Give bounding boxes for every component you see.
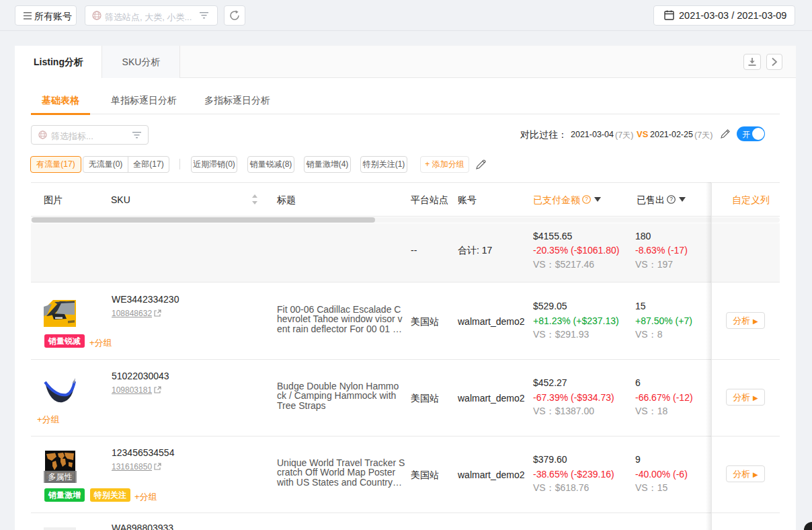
svg-text:?: ? bbox=[669, 196, 673, 202]
svg-text:?: ? bbox=[585, 196, 588, 202]
